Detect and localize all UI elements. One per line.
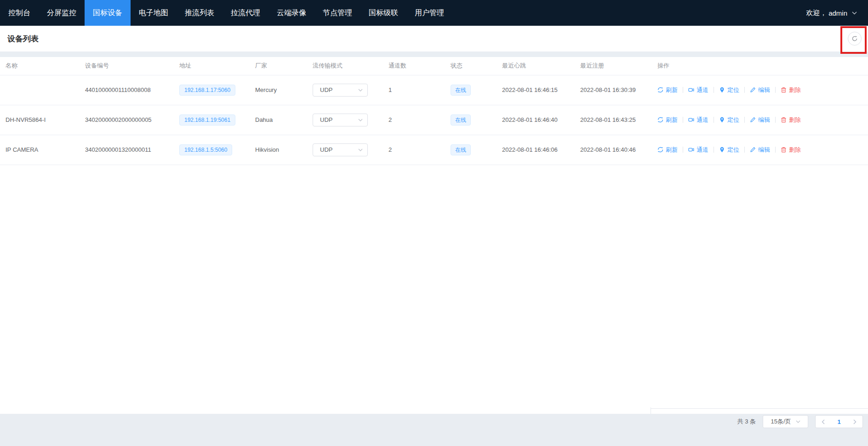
column-header: 最近注册 (580, 57, 657, 75)
channels-action[interactable]: 通道 (688, 116, 708, 124)
current-page[interactable]: 1 (837, 418, 840, 425)
heartbeat-cell: 2022-08-01 16:46:40 (502, 105, 580, 135)
divider (714, 147, 714, 153)
divider (744, 147, 745, 153)
refresh-button[interactable] (848, 32, 862, 46)
chevron-down-icon (358, 119, 363, 121)
column-header: 地址 (179, 57, 255, 75)
status-badge: 在线 (451, 85, 471, 96)
locate-action[interactable]: 定位 (719, 86, 739, 94)
address-cell: 192.168.1.19:5061 (179, 105, 255, 135)
location-icon (719, 87, 725, 93)
status-badge: 在线 (451, 144, 471, 155)
refresh-icon (657, 147, 663, 153)
nav-tab-8[interactable]: 国标级联 (360, 0, 406, 26)
register-cell: 2022-08-01 16:30:39 (580, 75, 657, 105)
divider (775, 117, 776, 123)
top-navbar: 控制台分屏监控国标设备电子地图推流列表拉流代理云端录像节点管理国标级联用户管理 … (0, 0, 868, 26)
nav-tab-3[interactable]: 电子地图 (131, 0, 177, 26)
column-header: 流传输模式 (313, 57, 388, 75)
table-fixed-column-border (651, 408, 868, 409)
table-row: IP CAMERA 34020000001320000011 192.168.1… (0, 135, 868, 165)
device-table: 名称设备编号地址厂家流传输模式通道数状态最近心跳最近注册操作 440100000… (0, 57, 868, 165)
title-bar: 设备列表 (0, 26, 868, 51)
table-row: DH-NVR5864-I 34020000002000000005 192.16… (0, 105, 868, 135)
edit-icon (750, 147, 756, 153)
refresh-icon (657, 87, 663, 93)
delete-action[interactable]: 删除 (781, 116, 801, 124)
nav-tab-2[interactable]: 国标设备 (85, 0, 131, 26)
refresh-icon (851, 35, 858, 42)
register-cell: 2022-08-01 16:40:46 (580, 135, 657, 165)
nav-spacer (452, 0, 806, 26)
manufacturer-cell: Hikvision (255, 135, 313, 165)
next-page-button[interactable] (853, 419, 857, 424)
delete-action[interactable]: 删除 (781, 86, 801, 94)
nav-tabs: 控制台分屏监控国标设备电子地图推流列表拉流代理云端录像节点管理国标级联用户管理 (0, 0, 452, 26)
address-tag: 192.168.1.17:5060 (179, 85, 235, 96)
edit-action[interactable]: 编辑 (750, 86, 770, 94)
divider (744, 87, 745, 93)
column-header: 厂家 (255, 57, 313, 75)
edit-action[interactable]: 编辑 (750, 146, 770, 154)
locate-action[interactable]: 定位 (719, 146, 739, 154)
channels-action[interactable]: 通道 (688, 86, 708, 94)
divider (683, 87, 683, 93)
section-divider (0, 51, 868, 57)
edit-icon (750, 87, 756, 93)
nav-tab-1[interactable]: 分屏监控 (39, 0, 85, 26)
chevron-right-icon (853, 419, 857, 424)
channels-action[interactable]: 通道 (688, 146, 708, 154)
column-header: 操作 (657, 57, 868, 75)
locate-action[interactable]: 定位 (719, 116, 739, 124)
edit-action[interactable]: 编辑 (750, 116, 770, 124)
divider (683, 147, 683, 153)
column-header: 设备编号 (85, 57, 179, 75)
nav-tab-7[interactable]: 节点管理 (314, 0, 360, 26)
table-header-row: 名称设备编号地址厂家流传输模式通道数状态最近心跳最近注册操作 (0, 57, 868, 75)
nav-tab-0[interactable]: 控制台 (0, 0, 39, 26)
device-id-cell: 44010000001110008008 (85, 75, 179, 105)
edit-icon (750, 117, 756, 123)
operations-cell: 刷新 通道 定位 (657, 105, 868, 135)
heartbeat-cell: 2022-08-01 16:46:06 (502, 135, 580, 165)
address-tag: 192.168.1.5:5060 (179, 144, 232, 155)
chevron-down-icon (358, 89, 363, 91)
channels-cell: 1 (388, 75, 451, 105)
stream-mode-select[interactable]: UDP (313, 114, 368, 126)
divider (714, 87, 714, 93)
delete-action[interactable]: 删除 (781, 146, 801, 154)
refresh-action[interactable]: 刷新 (657, 146, 678, 154)
refresh-action[interactable]: 刷新 (657, 86, 678, 94)
channels-cell: 2 (388, 135, 451, 165)
nav-tab-9[interactable]: 用户管理 (406, 0, 452, 26)
delete-icon (781, 117, 787, 123)
stream-mode-select[interactable]: UDP (313, 143, 368, 156)
address-cell: 192.168.1.5:5060 (179, 135, 255, 165)
video-camera-icon (688, 147, 694, 153)
operations-cell: 刷新 通道 定位 (657, 75, 868, 105)
device-name-cell (0, 75, 85, 105)
device-name-cell: IP CAMERA (0, 135, 85, 165)
nav-tab-4[interactable]: 推流列表 (177, 0, 223, 26)
stream-mode-cell: UDP (313, 135, 388, 165)
prev-page-button[interactable] (822, 419, 825, 424)
total-count-label: 共 3 条 (737, 417, 756, 426)
stream-mode-select[interactable]: UDP (313, 84, 368, 97)
chevron-down-icon (852, 11, 857, 15)
user-menu[interactable]: 欢迎， admin (806, 0, 868, 26)
nav-tab-6[interactable]: 云端录像 (268, 0, 314, 26)
manufacturer-cell: Mercury (255, 75, 313, 105)
table-fixed-column-border (651, 407, 651, 414)
page-size-select[interactable]: 15条/页 (763, 415, 808, 428)
column-header: 通道数 (388, 57, 451, 75)
refresh-action[interactable]: 刷新 (657, 116, 678, 124)
page-title: 设备列表 (7, 34, 39, 44)
refresh-icon (657, 117, 663, 123)
chevron-left-icon (822, 419, 825, 424)
channels-cell: 2 (388, 105, 451, 135)
address-cell: 192.168.1.17:5060 (179, 75, 255, 105)
nav-tab-5[interactable]: 拉流代理 (223, 0, 268, 26)
status-cell: 在线 (451, 75, 502, 105)
location-icon (719, 117, 725, 123)
